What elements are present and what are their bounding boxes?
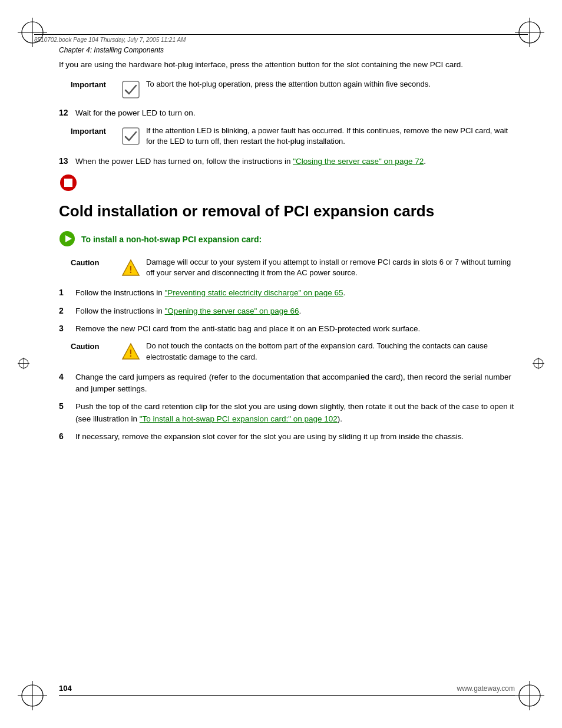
- svg-rect-21: [64, 179, 72, 187]
- svg-rect-19: [123, 128, 139, 144]
- step-2-after: .: [299, 307, 302, 315]
- step-5-link[interactable]: "To install a hot-swap PCI expansion car…: [140, 414, 338, 423]
- step-5-after: ).: [338, 414, 342, 423]
- caution-text-2: Do not touch the contacts on the bottom …: [146, 341, 515, 363]
- footer-url: www.gateway.com: [457, 684, 515, 693]
- step-6: 6 If necessary, remove the expansion slo…: [59, 431, 515, 443]
- step-3-num: 3: [59, 324, 73, 333]
- step-1-num: 1: [59, 288, 73, 297]
- step-12-text: Wait for the power LED to turn on.: [75, 107, 515, 119]
- section-heading: Cold installation or removal of PCI expa…: [59, 202, 515, 220]
- stop-symbol: [59, 173, 515, 194]
- caution-icon-1: !: [121, 258, 140, 277]
- important-text-1: To abort the hot-plug operation, press t…: [146, 79, 431, 90]
- step-13-link[interactable]: "Closing the server case" on page 72: [293, 157, 424, 166]
- step-2: 2 Follow the instructions in "Opening th…: [59, 305, 515, 317]
- important-notice-2: Important If the attention LED is blinki…: [71, 126, 515, 148]
- corner-mark-br: [515, 681, 544, 710]
- step-4-num: 4: [59, 372, 73, 381]
- step-2-text: Follow the instructions in "Opening the …: [75, 305, 515, 317]
- important-label-2: Important: [71, 127, 118, 136]
- caution-label-1: Caution: [71, 258, 118, 267]
- subsection-heading: To install a non-hot-swap PCI expansion …: [59, 230, 515, 249]
- step-12-num: 12: [59, 108, 73, 117]
- step-2-link[interactable]: "Opening the server case" on page 66: [165, 307, 299, 315]
- main-content: If you are using the hardware hot-plug i…: [59, 59, 515, 681]
- step-2-before: Follow the instructions in: [75, 307, 165, 315]
- caution-notice-1: Caution ! Damage will occur to your syst…: [71, 257, 515, 279]
- corner-mark-bl: [18, 681, 47, 710]
- step-6-text: If necessary, remove the expansion slot …: [75, 431, 515, 443]
- svg-text:!: !: [129, 265, 132, 275]
- step-4: 4 Change the card jumpers as required (r…: [59, 371, 515, 396]
- step-2-num: 2: [59, 306, 73, 315]
- step-1-after: .: [343, 288, 346, 297]
- footer: 104 www.gateway.com: [59, 684, 515, 696]
- svg-rect-18: [123, 81, 139, 98]
- page: 8510702.book Page 104 Thursday, July 7, …: [0, 0, 562, 728]
- step-3-text: Remove the new PCI card from the anti-st…: [75, 323, 515, 335]
- caution-notice-2: Caution ! Do not touch the contacts on t…: [71, 341, 515, 363]
- side-mark-left: [18, 357, 29, 371]
- step-13-num: 13: [59, 156, 73, 166]
- header-bar: 8510702.book Page 104 Thursday, July 7, …: [34, 34, 528, 43]
- caution-label-2: Caution: [71, 342, 118, 351]
- step-13-text-after: .: [424, 157, 426, 166]
- important-icon-2: [121, 127, 140, 146]
- step-4-text: Change the card jumpers as required (ref…: [75, 371, 515, 396]
- step-13: 13 When the power LED has turned on, fol…: [59, 156, 515, 167]
- step-1-before: Follow the instructions in: [75, 288, 165, 297]
- step-1-link[interactable]: "Preventing static electricity discharge…: [165, 288, 343, 297]
- subsection-title: To install a non-hot-swap PCI expansion …: [81, 235, 262, 244]
- important-icon-1: [121, 80, 140, 99]
- caution-icon-2: !: [121, 342, 140, 361]
- step-1-text: Follow the instructions in "Preventing s…: [75, 287, 515, 299]
- step-5-num: 5: [59, 401, 73, 411]
- caution-text-1: Damage will occur to your system if you …: [146, 257, 515, 279]
- step-12: 12 Wait for the power LED to turn on.: [59, 107, 515, 119]
- svg-text:!: !: [129, 348, 132, 358]
- file-info: 8510702.book Page 104 Thursday, July 7, …: [34, 37, 186, 43]
- chapter-label: Chapter 4: Installing Components: [59, 46, 164, 54]
- intro-paragraph: If you are using the hardware hot-plug i…: [59, 59, 515, 71]
- step-3: 3 Remove the new PCI card from the anti-…: [59, 323, 515, 335]
- step-13-text: When the power LED has turned on, follow…: [75, 156, 515, 167]
- page-number: 104: [59, 684, 72, 693]
- important-text-2: If the attention LED is blinking, a powe…: [146, 126, 515, 148]
- play-icon: [59, 230, 75, 249]
- important-notice-1: Important To abort the hot-plug operatio…: [71, 79, 515, 99]
- step-5-text: Push the top of the card retention clip …: [75, 401, 515, 425]
- step-1: 1 Follow the instructions in "Preventing…: [59, 287, 515, 299]
- side-mark-right: [533, 357, 544, 371]
- step-5: 5 Push the top of the card retention cli…: [59, 401, 515, 425]
- step-13-text-before: When the power LED has turned on, follow…: [75, 157, 293, 166]
- step-6-num: 6: [59, 431, 73, 441]
- important-label-1: Important: [71, 80, 118, 89]
